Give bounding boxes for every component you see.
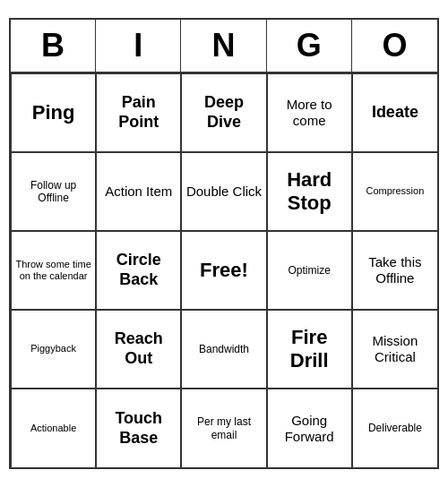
cell-text: Fire Drill <box>271 326 348 373</box>
cell-text: Hard Stop <box>271 168 348 216</box>
bingo-cell: Fire Drill <box>267 310 352 389</box>
header-letter: I <box>96 20 181 72</box>
cell-text: Action Item <box>105 184 172 200</box>
bingo-cell: Ideate <box>352 73 437 152</box>
bingo-cell: Follow up Offline <box>11 152 96 231</box>
cell-text: Going Forward <box>271 413 348 445</box>
bingo-cell: Touch Base <box>96 389 181 467</box>
bingo-grid: PingPain PointDeep DiveMore to comeIdeat… <box>11 73 437 467</box>
bingo-cell: Bandwidth <box>181 310 266 389</box>
bingo-cell: Pain Point <box>96 73 181 152</box>
header-letter: G <box>267 20 352 72</box>
cell-text: Per my last email <box>185 415 262 441</box>
cell-text: Optimize <box>289 264 331 277</box>
bingo-cell: Reach Out <box>96 310 181 389</box>
bingo-cell: Going Forward <box>267 389 352 467</box>
bingo-cell: Circle Back <box>96 231 181 310</box>
cell-text: Throw some time on the calendar <box>15 259 91 282</box>
bingo-cell: Compression <box>352 152 437 231</box>
cell-text: Compression <box>366 185 424 197</box>
cell-text: Piggyback <box>30 343 76 355</box>
cell-text: Deep Dive <box>185 93 262 132</box>
bingo-cell: Hard Stop <box>267 152 352 231</box>
bingo-header: BINGO <box>11 20 437 73</box>
bingo-cell: Ping <box>11 73 96 152</box>
cell-text: Double Click <box>186 184 262 200</box>
bingo-cell: Throw some time on the calendar <box>11 231 96 310</box>
bingo-cell: Take this Offline <box>352 231 437 310</box>
cell-text: Free! <box>200 259 248 282</box>
bingo-cell: Per my last email <box>181 389 266 467</box>
cell-text: Actionable <box>30 423 76 434</box>
bingo-cell: More to come <box>267 73 352 152</box>
bingo-cell: Actionable <box>11 389 96 467</box>
cell-text: Deliverable <box>368 422 422 434</box>
bingo-cell: Action Item <box>96 152 181 231</box>
header-letter: O <box>352 20 437 72</box>
bingo-cell: Piggyback <box>11 310 96 389</box>
cell-text: Reach Out <box>100 329 177 368</box>
bingo-cell: Free! <box>181 231 266 310</box>
cell-text: Circle Back <box>100 251 177 289</box>
cell-text: Touch Base <box>100 409 177 448</box>
header-letter: N <box>181 20 266 72</box>
header-letter: B <box>11 20 96 72</box>
cell-text: Ideate <box>372 103 418 123</box>
bingo-cell: Double Click <box>181 152 266 231</box>
cell-text: Take this Offline <box>357 254 434 286</box>
cell-text: Mission Critical <box>357 333 434 365</box>
bingo-cell: Deliverable <box>352 389 437 467</box>
cell-text: Pain Point <box>100 93 177 132</box>
cell-text: Ping <box>32 101 75 124</box>
cell-text: More to come <box>271 97 348 129</box>
bingo-cell: Mission Critical <box>352 310 437 389</box>
cell-text: Bandwidth <box>199 343 249 355</box>
bingo-cell: Optimize <box>267 231 352 310</box>
bingo-card: BINGO PingPain PointDeep DiveMore to com… <box>9 18 439 469</box>
cell-text: Follow up Offline <box>15 179 91 205</box>
bingo-cell: Deep Dive <box>181 73 266 152</box>
